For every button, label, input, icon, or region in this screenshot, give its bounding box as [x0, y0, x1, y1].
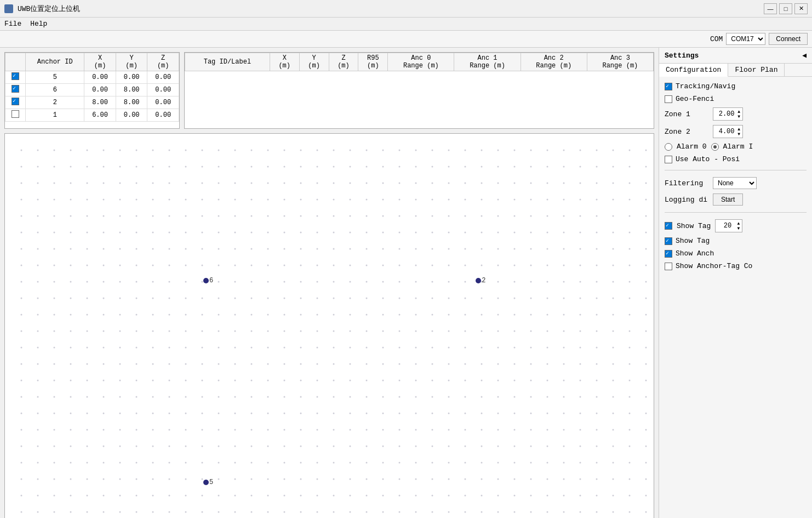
- svg-point-723: [514, 199, 516, 201]
- svg-point-214: [152, 511, 154, 513]
- svg-point-707: [498, 331, 499, 332]
- show-tag-spinner[interactable]: 20 ▲▼: [715, 219, 742, 232]
- geofence-checkbox[interactable]: [665, 95, 672, 103]
- svg-point-539: [382, 331, 384, 332]
- svg-point-700: [498, 215, 499, 217]
- svg-point-537: [382, 298, 384, 299]
- com-select[interactable]: COM17: [726, 33, 765, 45]
- svg-point-784: [547, 413, 548, 414]
- svg-point-802: [563, 314, 565, 316]
- menu-file[interactable]: File: [4, 20, 21, 28]
- svg-point-44: [37, 479, 39, 480]
- svg-point-653: [465, 232, 466, 234]
- svg-point-774: [547, 248, 548, 250]
- svg-point-553: [399, 166, 401, 168]
- svg-point-59: [54, 331, 55, 332]
- tab-floor-plan[interactable]: Floor Plan: [728, 64, 785, 76]
- svg-point-753: [530, 298, 532, 299]
- maximize-button[interactable]: □: [779, 3, 792, 14]
- svg-point-733: [514, 363, 516, 365]
- anchor-row-checkbox[interactable]: [5, 96, 26, 109]
- svg-point-756: [530, 347, 532, 349]
- svg-point-288: [218, 150, 220, 151]
- anchor-col-z: Z(m): [147, 53, 179, 71]
- svg-point-883: [613, 462, 614, 464]
- settings-collapse-icon[interactable]: ◀: [802, 51, 807, 60]
- minimize-button[interactable]: —: [764, 3, 777, 14]
- svg-point-236: [169, 479, 170, 480]
- svg-point-453: [317, 495, 318, 497]
- zone2-spinner[interactable]: 4.00 ▲▼: [713, 125, 743, 138]
- svg-point-202: [152, 314, 154, 316]
- tab-configuration[interactable]: Configuration: [659, 64, 728, 77]
- close-button[interactable]: ✕: [794, 3, 808, 14]
- svg-point-474: [333, 446, 335, 447]
- anchor-row-checkbox[interactable]: [5, 71, 26, 84]
- svg-point-29: [37, 232, 39, 234]
- svg-point-634: [448, 314, 450, 316]
- svg-point-419: [300, 331, 302, 332]
- svg-point-82: [70, 314, 72, 316]
- zone1-spinner[interactable]: 2.00 ▲▼: [713, 107, 743, 121]
- logging-row: Logging di Start: [665, 193, 807, 206]
- svg-point-664: [465, 413, 466, 414]
- svg-point-429: [300, 495, 302, 497]
- svg-point-882: [613, 446, 614, 447]
- svg-point-343: [251, 265, 253, 266]
- show-tag-count-checkbox[interactable]: [665, 222, 672, 230]
- svg-point-218: [169, 183, 170, 184]
- svg-point-922: [645, 314, 647, 316]
- anchor-row-checkbox[interactable]: [5, 109, 26, 122]
- svg-point-348: [251, 347, 253, 349]
- svg-point-498: [350, 446, 351, 447]
- show-tag-checkbox[interactable]: [665, 237, 672, 245]
- show-tag-row: Show Tag: [665, 237, 807, 245]
- svg-point-40: [37, 413, 39, 414]
- svg-point-176: [136, 281, 138, 283]
- svg-point-181: [136, 363, 138, 365]
- show-tag-count-arrows[interactable]: ▲▼: [737, 221, 740, 231]
- svg-point-353: [251, 429, 253, 431]
- svg-point-137: [103, 429, 105, 431]
- show-anchor-tag-checkbox[interactable]: [665, 263, 672, 270]
- svg-point-844: [596, 215, 598, 217]
- alarm1-radio[interactable]: [711, 143, 719, 151]
- svg-point-62: [54, 380, 55, 382]
- svg-point-732: [514, 347, 516, 349]
- svg-point-32: [37, 281, 39, 283]
- filtering-select[interactable]: None: [713, 177, 757, 189]
- tracking-checkbox[interactable]: [665, 83, 672, 90]
- svg-point-460: [333, 215, 335, 217]
- svg-point-324: [235, 347, 236, 349]
- svg-point-605: [432, 232, 433, 234]
- svg-point-165: [119, 495, 121, 497]
- svg-point-785: [547, 429, 548, 431]
- tag-col-x: X(m): [270, 53, 299, 71]
- show-anch-checkbox[interactable]: [665, 250, 672, 258]
- svg-point-220: [169, 215, 170, 217]
- alarm0-radio[interactable]: [665, 143, 672, 151]
- zone1-arrows[interactable]: ▲▼: [737, 109, 740, 119]
- connect-button[interactable]: Connect: [769, 33, 808, 45]
- anchor-row-checkbox[interactable]: [5, 84, 26, 96]
- svg-point-715: [498, 462, 499, 464]
- svg-point-641: [448, 429, 450, 431]
- svg-point-616: [432, 413, 433, 414]
- svg-point-269: [202, 232, 203, 234]
- svg-point-821: [580, 232, 581, 234]
- menu-help[interactable]: Help: [30, 20, 47, 28]
- svg-point-122: [103, 183, 105, 184]
- svg-point-31: [37, 265, 39, 266]
- svg-point-107: [87, 331, 88, 332]
- svg-point-452: [317, 479, 318, 480]
- zone2-arrows[interactable]: ▲▼: [737, 127, 740, 136]
- svg-point-838: [580, 511, 581, 513]
- svg-point-370: [267, 314, 269, 316]
- svg-point-866: [613, 183, 614, 184]
- use-auto-posi-checkbox[interactable]: [665, 156, 672, 163]
- start-button[interactable]: Start: [713, 193, 743, 206]
- alarm0-label: Alarm 0: [677, 143, 707, 151]
- svg-point-574: [399, 511, 401, 513]
- svg-point-793: [563, 166, 565, 168]
- svg-point-416: [300, 281, 302, 283]
